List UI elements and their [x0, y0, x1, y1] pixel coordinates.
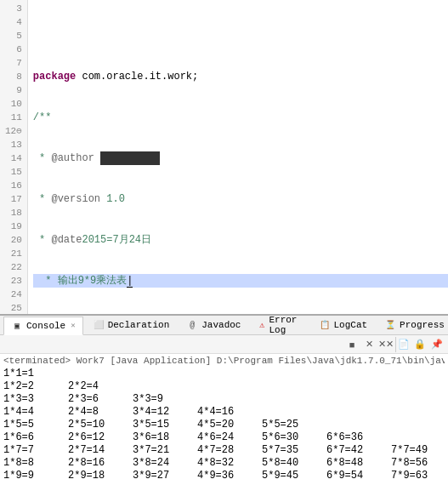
output-row-8: 1*8=8 2*8=16 3*8=24 4*8=32 5*8=40 6*8=48…	[3, 457, 445, 470]
tab-console-close[interactable]: ✕	[71, 321, 75, 330]
horizontal-scrollbar[interactable]	[0, 314, 448, 315]
output-cell: 6*6=36	[326, 431, 377, 444]
output-cell: 1*3=3	[3, 393, 58, 406]
output-cell: 3*8=24	[133, 457, 187, 470]
output-cell: 2*4=8	[68, 406, 122, 419]
output-cell: 6*9=54	[326, 470, 381, 482]
output-cell: 1*7=7	[3, 444, 58, 457]
output-cell: 2*7=14	[68, 444, 122, 457]
output-cell: 5*9=45	[262, 470, 316, 482]
output-cell: 7*8=56	[391, 457, 445, 470]
output-row-3: 1*3=3 2*3=6 3*3=9	[3, 393, 445, 406]
output-row-2: 1*2=2 2*2=4	[3, 380, 445, 393]
output-cell: 6*7=42	[326, 444, 381, 457]
output-cell: 3*4=12	[133, 406, 187, 419]
tab-console-label: Console	[26, 321, 65, 331]
output-lines: 1*1=1 1*2=2 2*2=4 1*3=3 2*3=6 3*3=9 1*4=…	[3, 368, 445, 482]
output-cell: 2*9=18	[68, 470, 122, 482]
terminated-label: <terminated> Work7 [Java Application] D:…	[3, 356, 445, 366]
output-cell: 4*7=28	[197, 444, 252, 457]
tabs-bar: ▣ Console ✕ ⬜ Declaration @ Javadoc ⚠ Er…	[0, 315, 448, 335]
output-row-6: 1*6=6 2*6=12 3*6=18 4*6=24 5*6=30 6*6=36	[3, 431, 445, 444]
output-cell: 3*9=27	[133, 470, 187, 482]
output-cell: 1*6=6	[3, 431, 58, 444]
terminate-all-button[interactable]: ✕✕	[378, 337, 394, 352]
progress-icon: ⏳	[384, 319, 396, 331]
javadoc-icon: @	[186, 319, 198, 331]
tab-javadoc[interactable]: @ Javadoc	[179, 316, 248, 334]
tab-progress[interactable]: ⏳ Progress	[377, 316, 448, 334]
tab-logcat[interactable]: 📋 LogCat	[311, 316, 376, 334]
console-icon: ▣	[11, 320, 23, 332]
output-row-4: 1*4=4 2*4=8 3*4=12 4*4=16	[3, 406, 445, 419]
output-cell: 5*5=25	[262, 419, 313, 431]
output-cell: 1*8=8	[3, 457, 58, 470]
tab-javadoc-label: Javadoc	[201, 320, 241, 330]
output-row-7: 1*7=7 2*7=14 3*7=21 4*7=28 5*7=35 6*7=42…	[3, 444, 445, 457]
output-cell: 7*7=49	[391, 444, 442, 457]
output-row-9: 1*9=9 2*9=18 3*9=27 4*9=36 5*9=45 6*9=54…	[3, 470, 445, 482]
clear-button[interactable]: 📄	[395, 337, 411, 352]
output-cell: 4*8=32	[197, 457, 252, 470]
output-cell: 6*8=48	[326, 457, 381, 470]
output-cell: 4*6=24	[197, 431, 252, 444]
tab-errorlog[interactable]: ⚠ Error Log	[250, 316, 309, 334]
code-editor[interactable]: 3 4 5 6 7 8 9 10 11 12⊖ 13 14 15 16 17 1…	[0, 0, 448, 315]
tab-declaration[interactable]: ⬜ Declaration	[85, 316, 178, 334]
output-cell: 1*1=1	[3, 368, 54, 380]
pin-button[interactable]: 📌	[429, 337, 445, 352]
output-cell: 4*5=20	[197, 419, 252, 431]
output-cell: 4*4=16	[197, 406, 248, 419]
output-cell: 4*9=36	[197, 470, 252, 482]
tab-declaration-label: Declaration	[108, 320, 170, 330]
console-toolbar: ■ ✕ ✕✕ 📄 🔒 📌	[0, 335, 448, 354]
output-cell: 2*6=12	[68, 431, 122, 444]
output-cell: 1*9=9	[3, 470, 58, 482]
output-cell: 3*7=21	[133, 444, 187, 457]
declaration-icon: ⬜	[93, 319, 105, 331]
output-cell: 3*6=18	[133, 431, 187, 444]
logcat-icon: 📋	[319, 319, 331, 331]
output-cell: 1*2=2	[3, 380, 58, 393]
stop-button[interactable]: ■	[344, 337, 360, 352]
output-cell: 2*2=4	[68, 380, 119, 393]
errorlog-icon: ⚠	[258, 319, 265, 331]
tab-errorlog-label: Error Log	[269, 315, 301, 335]
output-cell: 5*6=30	[262, 431, 316, 444]
tab-logcat-label: LogCat	[334, 320, 368, 330]
output-cell: 2*5=10	[68, 419, 122, 431]
output-cell: 5*7=35	[262, 444, 316, 457]
console-output[interactable]: <terminated> Work7 [Java Application] D:…	[0, 354, 448, 485]
output-cell: 5*8=40	[262, 457, 316, 470]
output-row-1: 1*1=1	[3, 368, 445, 380]
output-row-5: 1*5=5 2*5=10 3*5=15 4*5=20 5*5=25	[3, 419, 445, 431]
code-text[interactable]: package com.oracle.it.work; /** * @autho…	[28, 0, 448, 314]
tab-console[interactable]: ▣ Console ✕	[3, 317, 83, 335]
output-cell: 1*4=4	[3, 406, 58, 419]
output-cell: 2*3=6	[68, 393, 122, 406]
output-cell: 2*8=16	[68, 457, 122, 470]
terminate-button[interactable]: ✕	[361, 337, 377, 352]
line-numbers: 3 4 5 6 7 8 9 10 11 12⊖ 13 14 15 16 17 1…	[0, 0, 28, 314]
output-cell: 3*5=15	[133, 419, 187, 431]
output-cell: 7*9=63	[391, 470, 445, 482]
tab-progress-label: Progress	[400, 320, 445, 330]
scroll-lock-button[interactable]: 🔒	[412, 337, 428, 352]
output-cell: 3*3=9	[133, 393, 184, 406]
output-cell: 1*5=5	[3, 419, 58, 431]
